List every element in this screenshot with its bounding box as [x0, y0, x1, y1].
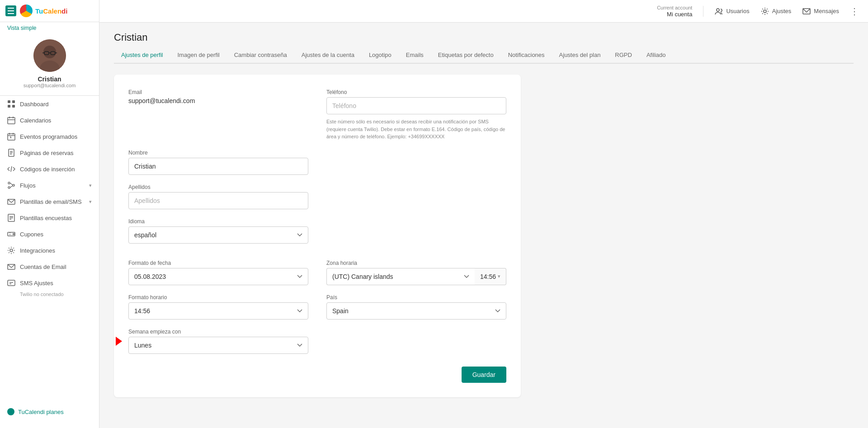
sidebar-item-integraciones[interactable]: Integraciones — [0, 242, 99, 259]
tab-etiquetas[interactable]: Etiquetas por defecto — [431, 47, 501, 64]
sidebar-item-label: Eventos programados — [20, 133, 77, 140]
idioma-select[interactable]: español English Français — [128, 226, 308, 244]
user-name: Cristian — [38, 75, 61, 83]
tab-ajustes-perfil[interactable]: Ajustes de perfil — [114, 47, 170, 64]
zona-horaria-select-wrap: (UTC) Canary islands — [326, 268, 475, 285]
sidebar-item-label: Cuentas de Email — [20, 263, 66, 270]
ajustes-gear-icon — [760, 7, 769, 16]
sidebar-item-plantillas-encuestas[interactable]: Plantillas encuestas — [0, 210, 99, 226]
formato-fecha-group: Formato de fecha 05.08.2023 08/05/2023 2… — [128, 260, 308, 285]
code-icon — [7, 165, 15, 173]
semana-select[interactable]: Lunes Domingo Sábado — [128, 337, 308, 354]
form-row-nombre: Nombre — [128, 150, 506, 175]
svg-point-27 — [8, 187, 10, 188]
tab-ajustes-plan[interactable]: Ajustes del plan — [552, 47, 608, 64]
form-row-email-telefono: Email support@tucalendi.com Teléfono Est… — [128, 89, 506, 141]
calendar-icon — [7, 116, 15, 124]
svg-rect-35 — [8, 232, 15, 236]
sidebar-item-label: SMS Ajustes — [20, 280, 53, 287]
semana-group: Semana empieza con Lunes Domingo Sábado — [128, 329, 308, 354]
tab-logotipo[interactable]: Logotipo — [362, 47, 399, 64]
form-row-idioma: Idioma español English Français — [128, 218, 506, 244]
tab-rgpd[interactable]: RGPD — [608, 47, 639, 64]
chevron-down-icon: ▾ — [89, 183, 92, 188]
telefono-help-text: Este número sólo es necesario si deseas … — [326, 118, 506, 141]
svg-point-25 — [8, 182, 10, 184]
apellidos-label: Apellidos — [128, 184, 308, 190]
sidebar-item-cupones[interactable]: Cupones — [0, 226, 99, 242]
zona-horaria-label: Zona horaria — [326, 260, 506, 266]
tab-emails[interactable]: Emails — [399, 47, 431, 64]
page-title-container: Cristian — [114, 23, 854, 43]
zona-horaria-select[interactable]: (UTC) Canary islands — [326, 268, 475, 285]
sidebar-item-flujos[interactable]: Flujos ▾ — [0, 177, 99, 193]
current-account-section: Current account Mi cuenta — [657, 5, 692, 18]
form-row-apellidos: Apellidos — [128, 184, 506, 209]
svg-point-38 — [10, 249, 13, 252]
spacer-col3 — [326, 218, 506, 244]
formato-horario-select[interactable]: 14:56 2:56 PM — [128, 302, 308, 320]
sidebar-item-calendarios[interactable]: Calendarios — [0, 112, 99, 128]
vista-simple-link[interactable]: Vista simple — [0, 22, 99, 34]
email-label: Email — [128, 89, 308, 95]
email-value: support@tucalendi.com — [128, 97, 308, 104]
guardar-button[interactable]: Guardar — [462, 367, 506, 383]
sidebar-item-plantillas-email[interactable]: Plantillas de email/SMS ▾ — [0, 193, 99, 210]
tab-cambiar-contrasena[interactable]: Cambiar contraseña — [227, 47, 294, 64]
sidebar-item-eventos[interactable]: Eventos programados — [0, 128, 99, 145]
sidebar-item-label: Calendarios — [20, 117, 51, 124]
sidebar-item-paginas[interactable]: Páginas de reservas — [0, 145, 99, 161]
sidebar-item-label: Páginas de reservas — [20, 150, 74, 156]
user-section: Cristian support@tucalendi.com — [0, 34, 99, 96]
sidebar-item-label: Cupones — [20, 231, 43, 238]
mi-cuenta-text[interactable]: Mi cuenta — [667, 11, 692, 18]
formato-horario-group: Formato horario 14:56 2:56 PM — [128, 294, 308, 320]
main-area: Current account Mi cuenta Usuarios Ajust… — [99, 0, 868, 428]
clock-icon — [7, 132, 15, 141]
telefono-input[interactable] — [326, 97, 506, 114]
usuarios-button[interactable]: Usuarios — [714, 7, 749, 16]
form-row-fecha-zona: Formato de fecha 05.08.2023 08/05/2023 2… — [128, 260, 506, 285]
chevron-down-icon: ▾ — [89, 199, 92, 205]
svg-line-24 — [11, 166, 12, 172]
avatar — [33, 39, 66, 72]
svg-rect-16 — [8, 134, 15, 140]
svg-rect-10 — [8, 105, 10, 108]
idioma-field-group: Idioma español English Français — [128, 218, 308, 244]
sms-icon — [7, 279, 15, 287]
mensajes-icon — [802, 7, 811, 16]
svg-rect-40 — [8, 280, 15, 286]
hamburger-icon[interactable] — [5, 5, 16, 16]
sidebar-item-label: Códigos de inserción — [20, 166, 75, 173]
plans-dot-icon — [7, 408, 14, 415]
ajustes-button[interactable]: Ajustes — [760, 7, 792, 16]
logo-text: TuCalendi — [35, 7, 67, 15]
plans-link[interactable]: TuCalendi planes — [0, 403, 99, 421]
survey-icon — [7, 214, 15, 222]
tab-ajustes-cuenta[interactable]: Ajustes de la cuenta — [294, 47, 362, 64]
sidebar-item-dashboard[interactable]: Dashboard — [0, 96, 99, 112]
usuarios-label: Usuarios — [726, 8, 749, 14]
timezone-row: (UTC) Canary islands 14:56 ▾ — [326, 268, 506, 285]
apellidos-input[interactable] — [128, 192, 308, 209]
spacer-col2 — [326, 184, 506, 209]
mail-icon — [7, 198, 15, 206]
tab-afiliado[interactable]: Afiliado — [639, 47, 673, 64]
sidebar-item-sms[interactable]: SMS Ajustes Twilio no conectado — [0, 275, 99, 301]
gear-icon — [7, 246, 15, 254]
tabs-bar: Ajustes de perfil Imagen de perfil Cambi… — [114, 47, 854, 64]
pais-select[interactable]: Spain United States France — [326, 302, 506, 320]
ajustes-label: Ajustes — [772, 8, 792, 14]
tab-imagen-perfil[interactable]: Imagen de perfil — [170, 47, 227, 64]
formato-fecha-select[interactable]: 05.08.2023 08/05/2023 2023-08-05 — [128, 268, 308, 285]
sidebar-header: TuCalendi — [0, 0, 99, 22]
sidebar-item-codigos[interactable]: Códigos de inserción — [0, 161, 99, 177]
spacer-semana — [326, 329, 506, 354]
logo-wrap: TuCalendi — [20, 5, 67, 17]
sidebar-item-label: Dashboard — [20, 101, 49, 108]
mensajes-button[interactable]: Mensajes — [802, 7, 839, 16]
nombre-input[interactable] — [128, 158, 308, 175]
more-options-icon[interactable]: ⋮ — [850, 6, 859, 17]
tab-notificaciones[interactable]: Notificaciones — [501, 47, 552, 64]
sidebar-item-cuentas-email[interactable]: Cuentas de Email — [0, 259, 99, 275]
